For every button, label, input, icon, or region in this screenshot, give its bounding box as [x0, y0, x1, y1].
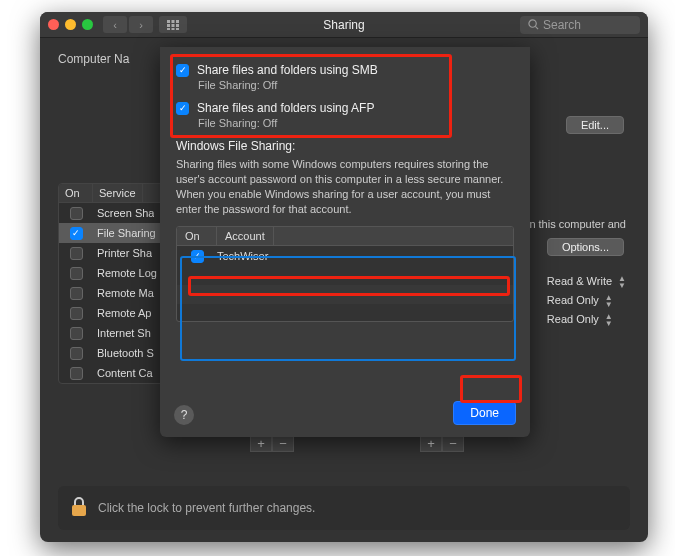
service-checkbox[interactable] [70, 307, 83, 320]
svg-rect-3 [167, 24, 170, 27]
accounts-table: On Account TechWiser [176, 226, 514, 322]
accounts-header-account: Account [217, 227, 274, 245]
stepper-icon[interactable]: ▲▼ [605, 313, 613, 327]
afp-checkbox[interactable] [176, 102, 189, 115]
service-checkbox[interactable] [70, 367, 83, 380]
service-name: Bluetooth S [93, 347, 154, 359]
svg-rect-11 [72, 505, 86, 516]
account-checkbox[interactable] [191, 250, 204, 263]
windows-share-description: Sharing files with some Windows computer… [176, 157, 514, 216]
services-header-service: Service [93, 184, 143, 202]
zoom-icon[interactable] [82, 19, 93, 30]
stepper-icon[interactable]: ▲▼ [618, 275, 626, 289]
permission-label: Read & Write [547, 272, 612, 291]
service-name: Remote Ap [93, 307, 151, 319]
svg-rect-2 [176, 20, 179, 23]
windows-share-title: Windows File Sharing: [176, 139, 514, 153]
service-name: Remote Log [93, 267, 157, 279]
svg-rect-0 [167, 20, 170, 23]
forward-button[interactable]: › [129, 16, 153, 33]
service-checkbox[interactable] [70, 287, 83, 300]
accounts-header-on: On [177, 227, 217, 245]
service-name: Printer Sha [93, 247, 152, 259]
traffic-lights [48, 19, 93, 30]
permission-label: Read Only [547, 291, 599, 310]
lock-icon[interactable] [70, 496, 88, 521]
svg-line-10 [535, 26, 538, 29]
account-row[interactable]: TechWiser [177, 246, 513, 266]
close-icon[interactable] [48, 19, 59, 30]
options-sheet: Share files and folders using SMB File S… [160, 47, 530, 437]
service-checkbox[interactable] [70, 327, 83, 340]
svg-rect-7 [172, 28, 175, 30]
service-name: Content Ca [93, 367, 153, 379]
preferences-window: ‹ › Sharing Search Computer Na Edit... O… [40, 12, 648, 542]
account-name: TechWiser [217, 250, 268, 262]
access-info-text: n this computer and [529, 218, 626, 230]
permissions-list: Read & Write▲▼Read Only▲▼Read Only▲▼ [547, 272, 626, 329]
grid-button[interactable] [159, 16, 187, 33]
svg-rect-8 [176, 28, 179, 30]
service-checkbox[interactable] [70, 347, 83, 360]
lock-text: Click the lock to prevent further change… [98, 501, 315, 515]
back-button[interactable]: ‹ [103, 16, 127, 33]
svg-rect-4 [172, 24, 175, 27]
smb-status: File Sharing: Off [198, 79, 514, 91]
permission-row[interactable]: Read & Write▲▼ [547, 272, 626, 291]
edit-button[interactable]: Edit... [566, 116, 624, 134]
svg-rect-6 [167, 28, 170, 30]
options-button[interactable]: Options... [547, 238, 624, 256]
help-button[interactable]: ? [174, 405, 194, 425]
permission-row[interactable]: Read Only▲▼ [547, 310, 626, 329]
svg-rect-5 [176, 24, 179, 27]
stepper-icon[interactable]: ▲▼ [605, 294, 613, 308]
search-input[interactable]: Search [520, 16, 640, 34]
svg-point-9 [529, 20, 536, 27]
service-checkbox[interactable] [70, 227, 83, 240]
service-name: Internet Sh [93, 327, 151, 339]
service-name: Remote Ma [93, 287, 154, 299]
afp-label: Share files and folders using AFP [197, 101, 374, 115]
svg-rect-1 [172, 20, 175, 23]
afp-status: File Sharing: Off [198, 117, 514, 129]
service-checkbox[interactable] [70, 207, 83, 220]
done-button[interactable]: Done [453, 401, 516, 425]
service-name: Screen Sha [93, 207, 154, 219]
service-name: File Sharing [93, 227, 156, 239]
service-checkbox[interactable] [70, 267, 83, 280]
permission-row[interactable]: Read Only▲▼ [547, 291, 626, 310]
permission-label: Read Only [547, 310, 599, 329]
smb-checkbox[interactable] [176, 64, 189, 77]
services-header-on: On [59, 184, 93, 202]
lock-row: Click the lock to prevent further change… [58, 486, 630, 530]
search-placeholder: Search [543, 18, 581, 32]
service-checkbox[interactable] [70, 247, 83, 260]
titlebar: ‹ › Sharing Search [40, 12, 648, 38]
minimize-icon[interactable] [65, 19, 76, 30]
smb-label: Share files and folders using SMB [197, 63, 378, 77]
